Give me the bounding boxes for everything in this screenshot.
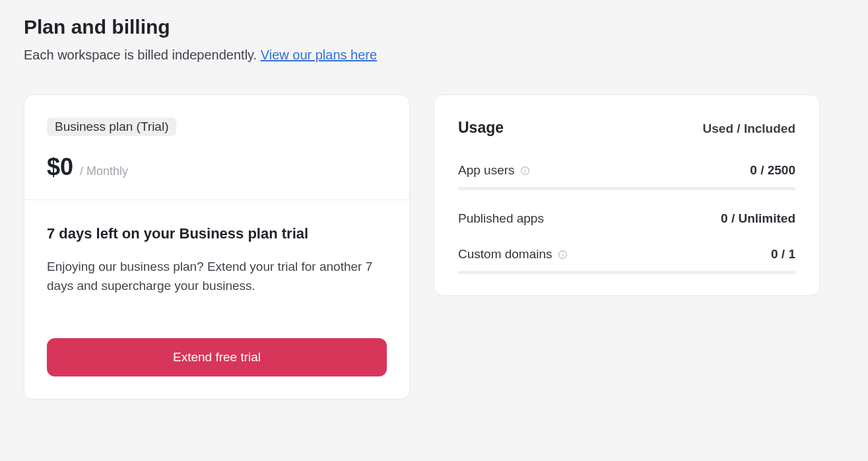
usage-label: Published apps	[458, 211, 544, 226]
usage-card: Usage Used / Included App users	[434, 94, 820, 296]
usage-columns-label: Used / Included	[703, 122, 795, 136]
usage-item-custom-domains: Custom domains 0 / 1	[458, 247, 795, 274]
usage-label: Custom domains	[458, 247, 552, 262]
usage-value: 0 / 1	[771, 247, 795, 262]
page-subtitle: Each workspace is billed independently. …	[24, 48, 844, 63]
subtitle-text: Each workspace is billed independently.	[24, 48, 261, 62]
info-icon[interactable]	[520, 166, 530, 176]
svg-point-5	[562, 252, 563, 252]
extend-free-trial-button[interactable]: Extend free trial	[47, 338, 387, 376]
usage-value: 0 / Unlimited	[721, 211, 795, 226]
plan-interval: / Monthly	[80, 164, 128, 178]
usage-item-published-apps: Published apps 0 / Unlimited	[458, 211, 795, 226]
page-title: Plan and billing	[24, 16, 844, 38]
usage-value: 0 / 2500	[750, 163, 795, 178]
usage-item-app-users: App users 0 / 2500	[458, 163, 795, 190]
plan-card: Business plan (Trial) $0 / Monthly 7 day…	[24, 94, 410, 400]
info-icon[interactable]	[558, 250, 568, 260]
usage-title: Usage	[458, 119, 504, 137]
progress-bar	[458, 187, 795, 190]
trial-heading: 7 days left on your Business plan trial	[47, 225, 387, 242]
plan-price: $0	[47, 153, 73, 181]
view-plans-link[interactable]: View our plans here	[261, 48, 377, 62]
usage-label: App users	[458, 163, 515, 178]
progress-bar	[458, 271, 795, 274]
trial-body: Enjoying our business plan? Extend your …	[47, 257, 387, 296]
svg-point-2	[524, 168, 525, 168]
plan-badge: Business plan (Trial)	[47, 118, 176, 136]
